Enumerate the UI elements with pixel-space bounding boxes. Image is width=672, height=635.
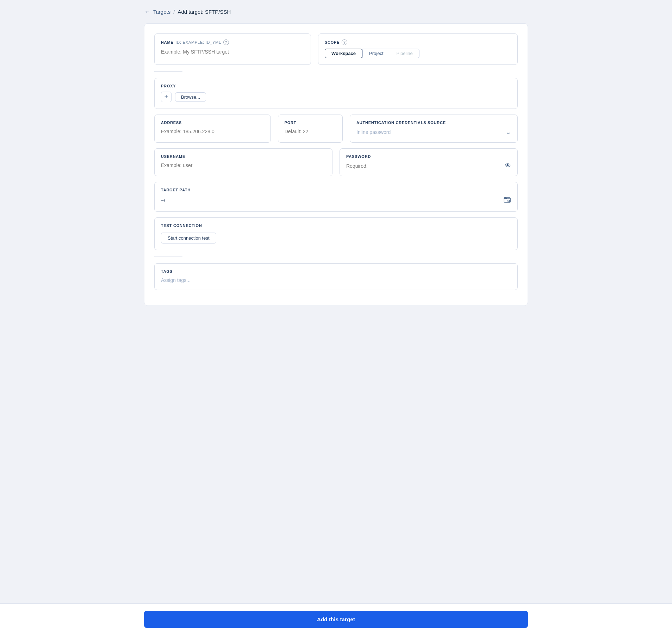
scope-workspace-button[interactable]: Workspace (325, 49, 362, 58)
address-port-auth-row: ADDRESS PORT AUTHENTICATION CREDENTIALS … (154, 115, 518, 143)
password-inner: 👁 (346, 162, 511, 169)
target-path-field-card: TARGET PATH ~/ (154, 182, 518, 212)
add-target-button[interactable]: Add this target (144, 611, 528, 628)
name-scope-row: NAME ID: Example: id_yml ? SCOPE ? Works… (154, 33, 518, 65)
address-field-card: ADDRESS (154, 115, 271, 143)
name-help-icon[interactable]: ? (223, 39, 229, 45)
back-button[interactable]: ← (144, 8, 150, 15)
password-label: PASSWORD (346, 154, 511, 159)
breadcrumb: ← Targets / Add target: SFTP/SSH (144, 8, 528, 15)
form-area: NAME ID: Example: id_yml ? SCOPE ? Works… (144, 23, 528, 306)
username-input[interactable] (161, 162, 326, 168)
address-label: ADDRESS (161, 121, 264, 125)
tags-field-card: TAGS Assign tags... (154, 263, 518, 290)
password-input[interactable] (346, 163, 505, 169)
tags-placeholder[interactable]: Assign tags... (161, 277, 191, 283)
scope-field-card: SCOPE ? Workspace Project Pipeline (318, 33, 518, 65)
port-input[interactable] (285, 129, 336, 134)
tags-row: TAGS Assign tags... (154, 263, 518, 290)
auth-label: AUTHENTICATION CREDENTIALS SOURCE (356, 121, 511, 125)
target-path-label: TARGET PATH (161, 188, 511, 192)
test-connection-card: TEST CONNECTION Start connection test (154, 217, 518, 250)
page-title: Add target: SFTP/SSH (178, 9, 231, 15)
port-label: PORT (285, 121, 336, 125)
name-field-card: NAME ID: Example: id_yml ? (154, 33, 311, 65)
username-label: USERNAME (161, 154, 326, 159)
username-field-card: USERNAME (154, 148, 332, 176)
scope-label: SCOPE ? (325, 39, 511, 45)
auth-value: Inline password (356, 129, 391, 135)
proxy-controls: + Browse... (161, 92, 511, 102)
proxy-browse-button[interactable]: Browse... (175, 92, 206, 102)
name-label: NAME ID: Example: id_yml ? (161, 39, 304, 45)
start-connection-test-button[interactable]: Start connection test (161, 233, 216, 243)
target-path-value: ~/ (161, 198, 165, 203)
auth-dropdown-icon[interactable]: ⌄ (506, 128, 511, 136)
footer-bar: Add this target (0, 603, 672, 635)
divider-1 (154, 71, 182, 72)
scope-options: Workspace Project Pipeline (325, 49, 511, 58)
target-path-inner: ~/ (161, 196, 511, 205)
password-field-card: PASSWORD 👁 (340, 148, 518, 176)
auth-inner: Inline password ⌄ (356, 128, 511, 136)
test-connection-row: TEST CONNECTION Start connection test (154, 217, 518, 250)
breadcrumb-separator: / (173, 9, 175, 15)
eye-icon[interactable]: 👁 (505, 162, 511, 169)
proxy-row: PROXY + Browse... (154, 78, 518, 109)
id-label: ID: Example: id_yml (175, 40, 221, 44)
folder-search-icon[interactable] (503, 196, 511, 205)
auth-field-card: AUTHENTICATION CREDENTIALS SOURCE Inline… (350, 115, 518, 143)
breadcrumb-parent[interactable]: Targets (153, 9, 170, 15)
scope-help-icon[interactable]: ? (342, 39, 347, 45)
divider-2 (154, 257, 182, 257)
proxy-add-button[interactable]: + (161, 92, 172, 102)
scope-pipeline-button: Pipeline (390, 49, 419, 58)
tags-label: TAGS (161, 269, 511, 273)
target-path-row: TARGET PATH ~/ (154, 182, 518, 212)
test-connection-label: TEST CONNECTION (161, 223, 511, 228)
address-input[interactable] (161, 129, 264, 134)
scope-project-button[interactable]: Project (362, 49, 390, 58)
port-field-card: PORT (278, 115, 343, 143)
name-input[interactable] (161, 49, 304, 55)
username-password-row: USERNAME PASSWORD 👁 (154, 148, 518, 176)
proxy-field-card: PROXY + Browse... (154, 78, 518, 109)
proxy-label: PROXY (161, 84, 511, 88)
